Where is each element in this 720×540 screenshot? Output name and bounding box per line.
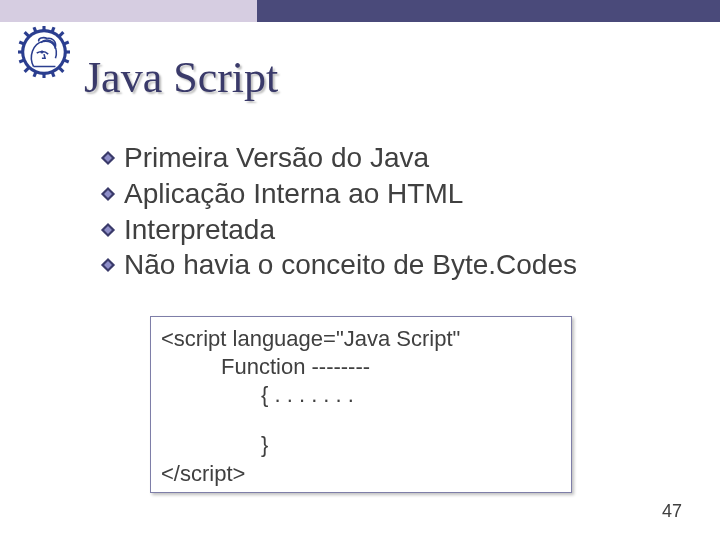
- diamond-bullet-icon: [100, 186, 116, 202]
- bullet-item: Interpretada: [100, 212, 680, 248]
- bullet-list: Primeira Versão do Java Aplicação Intern…: [100, 140, 680, 283]
- institution-logo: [18, 26, 70, 78]
- page-number: 47: [662, 501, 682, 522]
- svg-rect-4: [18, 50, 24, 53]
- bullet-text: Interpretada: [124, 212, 275, 248]
- code-example-box: <script language="Java Script" Function …: [150, 316, 572, 493]
- bullet-text: Primeira Versão do Java: [124, 140, 429, 176]
- code-line: Function --------: [161, 353, 561, 381]
- slide: Java Script Primeira Versão do Java Apli…: [0, 0, 720, 540]
- code-line: <script language="Java Script": [161, 325, 561, 353]
- svg-rect-2: [42, 26, 45, 32]
- code-blank-line: [161, 409, 561, 431]
- code-line: }: [161, 431, 561, 459]
- top-bar: [0, 0, 720, 22]
- svg-point-19: [40, 50, 43, 53]
- slide-title: Java Script: [84, 52, 278, 103]
- top-bar-left: [0, 0, 257, 22]
- bullet-item: Primeira Versão do Java: [100, 140, 680, 176]
- bullet-text: Aplicação Interna ao HTML: [124, 176, 463, 212]
- bullet-text: Não havia o conceito de Byte.Codes: [124, 247, 577, 283]
- svg-rect-5: [64, 50, 70, 53]
- top-bar-right: [257, 0, 720, 22]
- diamond-bullet-icon: [100, 222, 116, 238]
- bullet-item: Não havia o conceito de Byte.Codes: [100, 247, 680, 283]
- diamond-bullet-icon: [100, 257, 116, 273]
- bullet-item: Aplicação Interna ao HTML: [100, 176, 680, 212]
- code-line: { . . . . . . .: [161, 381, 561, 409]
- code-line: </script>: [161, 460, 561, 488]
- svg-rect-3: [42, 72, 45, 78]
- diamond-bullet-icon: [100, 150, 116, 166]
